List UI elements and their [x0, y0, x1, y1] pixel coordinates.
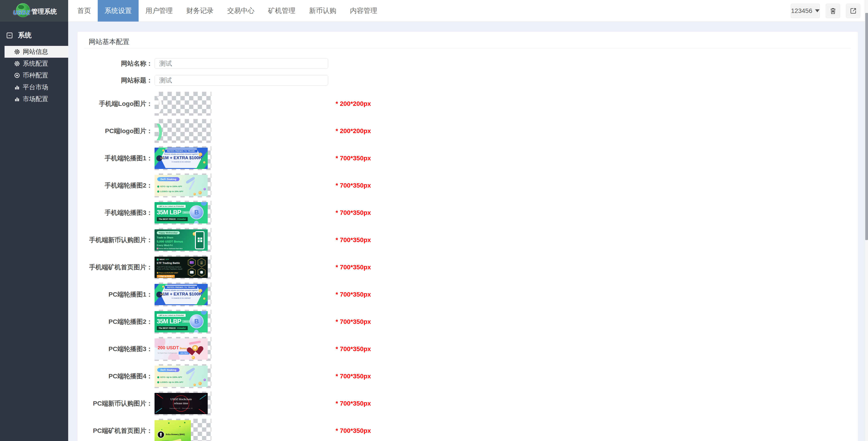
- console-icon: [190, 271, 194, 274]
- banner-cta: >>Sign up NOW<<: [157, 275, 175, 278]
- form-row-pc-carousel-1: PC端轮播图1： REFER FRIENDS TO TRADE! Receive…: [78, 282, 858, 306]
- page-scrollbar[interactable]: [865, 0, 868, 441]
- nav-tab-home[interactable]: 首页: [70, 0, 98, 22]
- coin-icon: [162, 149, 164, 151]
- field-label: PC端轮播图4：: [78, 372, 153, 381]
- scrollbar-thumb[interactable]: [865, 13, 868, 240]
- sidebar-item-label: 系统配置: [23, 59, 48, 68]
- trash-button[interactable]: [826, 4, 840, 18]
- banner-line: Receive rebates and share rewards togeth…: [155, 153, 208, 155]
- lbp-banner-image: LBP to be Listed on Primelist 35M LBP Ma…: [155, 202, 208, 224]
- nav-tab-miner-management[interactable]: 矿机管理: [261, 0, 302, 22]
- nav-tab-user-management[interactable]: 用户管理: [138, 0, 180, 22]
- navbar-actions: 123456: [791, 0, 860, 22]
- boba-banner-image: Boba Brewery (BRE): [155, 420, 191, 441]
- sidebar-item-coin-config[interactable]: 币种配置: [0, 69, 68, 81]
- banner-line: in rewards to be claimed!: [155, 161, 208, 163]
- size-hint: * 700*350px: [336, 291, 371, 298]
- pc-miner-upload-preview[interactable]: Boba Brewery (BRE): [155, 419, 211, 441]
- minus-square-icon: [6, 32, 13, 39]
- pc-carousel2-upload-preview[interactable]: LBP to be Listed on Primelist 35M LBP Ma…: [155, 310, 211, 334]
- export-button[interactable]: [846, 4, 860, 18]
- mobile-carousel2-upload-preview[interactable]: DeFi Staking X2Y2- Up to 100% APY LOOKS-…: [155, 173, 211, 197]
- mobile-newcoin-upload-preview[interactable]: Happy Wednesday! Trade to Share 5,000 US…: [155, 228, 211, 252]
- nav-tab-trade-center[interactable]: 交易中心: [220, 0, 261, 22]
- sidebar-item-site-info[interactable]: 网站信息: [4, 46, 68, 58]
- pc-carousel3-upload-preview[interactable]: 200 USDT Bonus for Each New Contract Use…: [155, 337, 211, 361]
- laptop-icon: [190, 261, 194, 264]
- sidebar-section-system[interactable]: 系统: [0, 22, 68, 46]
- coin-icon: B: [189, 314, 204, 328]
- mobile-miner-upload-preview[interactable]: MEXC ETF ETF Trading Battle Trade ETF to…: [155, 255, 211, 279]
- coin-icon: [198, 382, 202, 385]
- mobile-logo-upload-preview[interactable]: ): [155, 92, 211, 115]
- nav-tabs: 首页 系统设置 用户管理 财务记录 交易中心 矿机管理 新币认购 内容管理: [70, 0, 384, 22]
- field-label: PC端轮播图1：: [78, 290, 153, 299]
- size-hint: * 700*350px: [336, 318, 371, 326]
- banner-pill: DeFi Staking: [157, 368, 180, 372]
- size-hint: * 700*350px: [336, 209, 371, 216]
- mobile-logo-image: ): [157, 93, 163, 114]
- form-row-mobile-carousel-3: 手机端轮播图3： LBP to be Listed on Primelist 3…: [78, 201, 858, 225]
- site-name-input[interactable]: [155, 58, 328, 69]
- mobile-carousel1-upload-preview[interactable]: REFER FRIENDS TO TRADE! Receive rebates …: [155, 146, 211, 170]
- decor-dot: [184, 422, 185, 423]
- form-row-pc-newcoin: PC端新币认购图片： USDZ blockchain release time …: [78, 392, 858, 415]
- brand-text-2: ETF: [166, 259, 169, 261]
- user-menu-button[interactable]: 123456: [791, 4, 820, 18]
- banner-title: USDZ blockchain: [155, 397, 208, 401]
- form-row-mobile-carousel-1: 手机端轮播图1： REFER FRIENDS TO TRADE! Receive…: [78, 146, 858, 170]
- coin-icon: [198, 191, 202, 194]
- field-label: 网站名称：: [78, 59, 153, 68]
- field-label: 手机端新币认购图片：: [78, 236, 153, 244]
- prize-hex-grid: [187, 258, 206, 277]
- chevron-down-icon: [815, 9, 819, 12]
- banner-line: LOOKS- Up to 20% APY: [157, 190, 183, 193]
- coin-icon: B: [189, 205, 204, 219]
- banner-brand: MEXC ETF: [157, 259, 169, 261]
- nav-tab-newcoin-subscribe[interactable]: 新币认购: [302, 0, 343, 22]
- bar-chart-icon: [14, 84, 20, 90]
- hexagon-tile: [197, 268, 206, 277]
- form-row-mobile-carousel-2: 手机端轮播图2： DeFi Staking X2Y2- Up to 100% A…: [78, 173, 858, 197]
- banner-note: Bonus Will be Distributed Next Wed: [157, 248, 182, 249]
- banner-line: Primelist: [177, 218, 186, 220]
- usdz-release-banner-image: USDZ blockchain release time September 2…: [155, 393, 208, 414]
- mobile-carousel3-upload-preview[interactable]: LBP to be Listed on Primelist 35M LBP Ma…: [155, 201, 211, 225]
- apy-text: LOOKS- Up to 20% APY: [160, 381, 183, 383]
- lbp-banner-image: LBP to be Listed on Primelist 35M LBP Ma…: [155, 311, 208, 333]
- field-label: 手机端轮播图1：: [78, 154, 153, 163]
- pc-carousel4-upload-preview[interactable]: DeFi Staking X2Y2- Up to 100% APY LOOKS-…: [155, 364, 211, 388]
- earbuds-icon: [200, 271, 203, 274]
- sidebar-item-platform-market[interactable]: 平台市场: [0, 81, 68, 93]
- coin-dot-icon: [157, 381, 159, 383]
- pc-logo-image: ): [157, 120, 163, 141]
- export-icon: [849, 7, 857, 14]
- pc-newcoin-upload-preview[interactable]: USDZ blockchain release time September 2…: [155, 392, 211, 415]
- prize-text: Prizes worth25,000 USDT: [159, 272, 178, 274]
- size-hint: * 700*350px: [336, 345, 371, 353]
- sidebar-item-label: 市场配置: [23, 95, 48, 103]
- nav-tab-content-management[interactable]: 内容管理: [343, 0, 384, 22]
- sidebar-item-label: 平台市场: [23, 83, 48, 92]
- refer-banner-image: REFER FRIENDS TO TRADE! Receive rebates …: [155, 147, 208, 169]
- nav-tab-finance-records[interactable]: 财务记录: [180, 0, 220, 22]
- form-row-mobile-miner: 手机端矿机首页图片： MEXC ETF ETF Trading Battle T…: [78, 255, 858, 279]
- site-title-input[interactable]: [155, 75, 328, 86]
- banner-pill: DeFi Staking: [157, 177, 180, 181]
- defi-banner-image: DeFi Staking X2Y2- Up to 100% APY LOOKS-…: [155, 366, 208, 387]
- field-label: PC端新币认购图片：: [78, 399, 153, 408]
- pc-logo-upload-preview[interactable]: ): [155, 119, 211, 143]
- field-label: 手机端轮播图2：: [78, 181, 153, 190]
- banner-line: Receive rebates and share rewards togeth…: [155, 289, 208, 291]
- sidebar-item-market-config[interactable]: 市场配置: [0, 93, 68, 105]
- coin-icon: [204, 378, 206, 381]
- settings-card: 网站基本配置 网站名称： 网站标题： 手机端Logo图片： ) * 200*20…: [78, 32, 858, 441]
- banner-amount-row: 200 USDT Bonus: [158, 345, 187, 350]
- field-label: PC端logo图片：: [78, 127, 153, 135]
- sidebar-item-system-config[interactable]: 系统配置: [0, 58, 68, 69]
- nav-tab-system-settings[interactable]: 系统设置: [98, 0, 138, 22]
- brand-block: USDZ 管理系统: [0, 0, 68, 22]
- form-row-mobile-newcoin: 手机端新币认购图片： Happy Wednesday! Trade to Sha…: [78, 228, 858, 252]
- pc-carousel1-upload-preview[interactable]: REFER FRIENDS TO TRADE! Receive rebates …: [155, 282, 211, 306]
